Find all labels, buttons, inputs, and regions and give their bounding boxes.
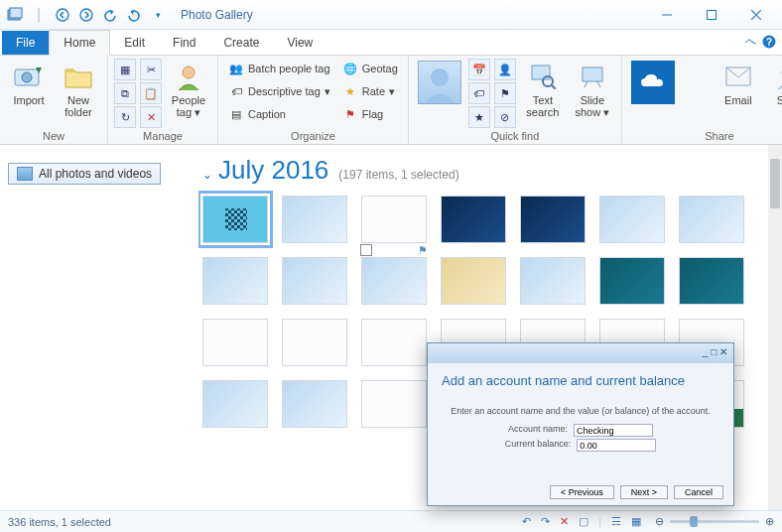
help-icon[interactable]: ? xyxy=(762,35,776,49)
thumbnail-preview-popup: _ □ ✕ Add an account name and current ba… xyxy=(427,342,734,506)
email-button[interactable]: Email xyxy=(716,59,761,108)
thumbnail[interactable] xyxy=(599,196,665,243)
person-silhouette-icon xyxy=(418,61,461,104)
tag-icon: 🏷 xyxy=(228,83,244,99)
envelope-icon xyxy=(722,61,754,92)
undo-button[interactable] xyxy=(99,4,121,26)
slideshow-button[interactable]: Slide show ▾ xyxy=(570,59,615,120)
filter-people-icon[interactable]: 👤 xyxy=(494,59,516,80)
close-button[interactable] xyxy=(733,1,778,29)
month-heading[interactable]: July 2016 xyxy=(218,155,328,186)
thumbnails-view-icon[interactable]: ▦ xyxy=(631,515,641,528)
copy-icon[interactable]: ⧉ xyxy=(114,82,136,104)
back-button[interactable] xyxy=(52,4,73,26)
zoom-in-button[interactable]: ⊕ xyxy=(765,515,774,528)
thumbnail[interactable] xyxy=(202,196,268,243)
thumbnail[interactable] xyxy=(679,196,744,243)
thumbnail[interactable] xyxy=(520,196,586,243)
tab-find[interactable]: Find xyxy=(159,31,209,55)
thumbnail[interactable] xyxy=(599,257,665,305)
group-manage-label: Manage xyxy=(114,129,211,143)
thumbnail[interactable] xyxy=(282,319,347,366)
slideshow-status-icon[interactable]: ▢ xyxy=(579,515,588,528)
vertical-scrollbar[interactable] xyxy=(768,145,782,510)
select-all-icon[interactable]: ▦ xyxy=(114,59,136,80)
filter-rate-icon[interactable]: ★ xyxy=(468,106,490,128)
ribbon-tabs: File Home Edit Find Create View へ ? xyxy=(0,30,782,56)
filter-clear-icon[interactable]: ⊘ xyxy=(494,106,516,128)
tab-edit[interactable]: Edit xyxy=(110,31,159,55)
sidebar: All photos and videos xyxy=(0,145,198,510)
quick-access-toolbar: | ▾ xyxy=(4,4,169,26)
svg-point-2 xyxy=(57,9,68,21)
cut-icon[interactable]: ✂ xyxy=(140,59,162,80)
svg-line-16 xyxy=(585,81,587,87)
zoom-slider-thumb[interactable] xyxy=(690,516,698,527)
zoom-out-button[interactable]: ⊖ xyxy=(655,515,664,528)
filter-tag-icon[interactable]: 🏷 xyxy=(468,82,490,104)
skydrive-button[interactable] xyxy=(628,59,678,106)
thumbnail[interactable] xyxy=(441,196,506,243)
minimize-button[interactable] xyxy=(644,1,689,29)
rotate-icon[interactable]: ↻ xyxy=(114,106,136,128)
group-manage: ▦ ⧉ ↻ ✂ 📋 ✕ People tag ▾ Manage xyxy=(108,56,218,144)
sidebar-item-all-photos[interactable]: All photos and videos xyxy=(8,163,161,185)
thumbnail[interactable] xyxy=(441,257,506,305)
qat-customize[interactable]: ▾ xyxy=(147,4,169,26)
redo-button[interactable] xyxy=(123,4,145,26)
paste-icon[interactable]: 📋 xyxy=(140,82,162,104)
tab-create[interactable]: Create xyxy=(209,31,273,55)
rate-button[interactable]: ★Rate ▾ xyxy=(338,81,402,101)
scrollbar-thumb[interactable] xyxy=(770,159,780,208)
svg-text:?: ? xyxy=(766,37,772,48)
maximize-button[interactable] xyxy=(689,1,733,29)
preview-cancel-button: Cancel xyxy=(674,485,723,499)
thumbnail[interactable] xyxy=(361,196,427,243)
collapse-chevron-icon[interactable]: ⌄ xyxy=(202,168,212,182)
forward-button[interactable] xyxy=(75,4,97,26)
thumbnail[interactable] xyxy=(361,319,427,366)
zoom-control: ⊖ ⊕ xyxy=(655,515,774,528)
thumbnail[interactable] xyxy=(282,257,347,305)
thumbnail[interactable] xyxy=(202,257,268,305)
filter-flag-icon[interactable]: ⚑ xyxy=(494,82,516,104)
group-new-label: New xyxy=(6,129,101,143)
thumbnail[interactable] xyxy=(282,196,347,243)
new-folder-button[interactable]: New folder xyxy=(56,59,101,120)
details-view-icon[interactable]: ☴ xyxy=(611,515,621,528)
sidebar-item-label: All photos and videos xyxy=(39,167,152,181)
thumbnail[interactable] xyxy=(202,319,268,366)
collapse-ribbon-icon[interactable]: へ xyxy=(745,34,756,49)
thumbnail[interactable] xyxy=(202,380,268,428)
delete-icon[interactable]: ✕ xyxy=(140,106,162,128)
svg-point-9 xyxy=(22,72,32,82)
geotag-button[interactable]: 🌐Geotag xyxy=(338,59,402,78)
caption-button[interactable]: ▤Caption xyxy=(224,104,334,124)
rotate-right-icon[interactable]: ↷ xyxy=(541,515,550,528)
batch-people-tag-button[interactable]: 👥Batch people tag xyxy=(224,59,334,78)
delete-status-icon[interactable]: ✕ xyxy=(560,515,569,528)
text-search-button[interactable]: Text search xyxy=(520,59,566,120)
thumbnail[interactable] xyxy=(361,257,427,305)
filter-date-icon[interactable]: 📅 xyxy=(468,59,490,80)
group-quickfind-label: Quick find xyxy=(415,129,615,143)
window-controls xyxy=(644,1,778,29)
thumbnail[interactable] xyxy=(520,257,586,305)
tab-view[interactable]: View xyxy=(273,31,326,55)
tab-home[interactable]: Home xyxy=(49,30,110,56)
zoom-slider[interactable] xyxy=(670,520,759,523)
thumbnail[interactable] xyxy=(679,257,744,305)
item-count: (197 items, 1 selected) xyxy=(338,168,458,182)
rotate-left-icon[interactable]: ↶ xyxy=(522,515,531,528)
group-new: Import New folder New xyxy=(0,56,108,144)
app-icon[interactable] xyxy=(4,4,26,26)
signin-button[interactable]: Sign in xyxy=(765,59,782,120)
thumbnail[interactable] xyxy=(282,380,347,428)
thumbnail[interactable] xyxy=(361,380,427,428)
tab-file[interactable]: File xyxy=(2,31,49,55)
people-tag-button[interactable]: People tag ▾ xyxy=(166,59,211,120)
flag-button[interactable]: ⚑Flag xyxy=(338,104,402,124)
quickfind-person-button[interactable] xyxy=(415,59,464,106)
descriptive-tag-button[interactable]: 🏷Descriptive tag ▾ xyxy=(224,81,334,101)
import-button[interactable]: Import xyxy=(6,59,52,108)
